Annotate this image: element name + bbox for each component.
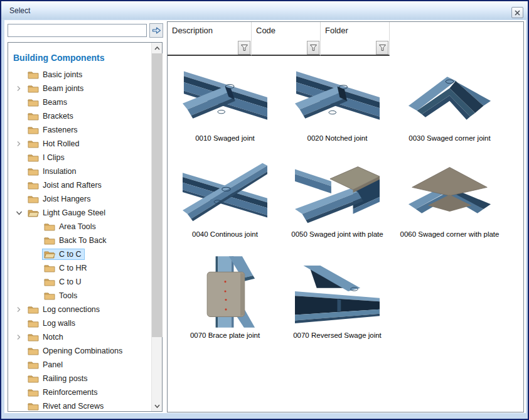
tree-scrollbar[interactable] [151,43,162,411]
filter-button-description[interactable] [238,41,250,55]
tree-item-label: Fasteners [43,126,78,134]
component-list-panel: Description Code F [167,21,524,412]
search-go-button[interactable] [149,23,163,38]
tree-item-box[interactable]: Beam joints [26,83,87,94]
tree-item-log-walls[interactable]: Log walls [8,316,151,330]
tree-item-brackets[interactable]: Brackets [8,109,151,123]
tree-item-light-gauge-steel[interactable]: Light Gauge Steel [8,206,151,220]
tree-item-box[interactable]: Fasteners [26,124,82,136]
tree-item-box[interactable]: Back To Back [42,235,110,246]
tree-item-box[interactable]: Panel [26,359,67,370]
tree-item-panel[interactable]: Panel [8,358,151,372]
dialog-client-area: Building Components Basic jointsBeam joi… [4,20,526,413]
component-caption: 0040 Continous joint [192,230,258,238]
column-folder[interactable]: Folder [321,22,390,56]
tree-item-box[interactable]: Joist Hangers [26,193,94,205]
tree-item-notch[interactable]: Notch [8,330,151,344]
component-tile-0050-swaged-joint-with-plate[interactable]: 0050 Swaged joint with plate [281,157,393,238]
tree-item-joist-hangers[interactable]: Joist Hangers [8,192,151,206]
chevron-spacer [32,250,42,258]
tree-item-area-tools[interactable]: Area Tools [8,220,151,234]
tree-item-tools[interactable]: Tools [8,289,151,303]
cross-thumbnail-icon [183,157,267,227]
tree-item-joist-and-rafters[interactable]: Joist and Rafters [8,178,151,192]
filter-button-code[interactable] [307,41,319,55]
component-tile-0040-continous-joint[interactable]: 0040 Continous joint [169,157,281,238]
tree-item-box[interactable]: Log connections [26,304,104,315]
tree-item-c-to-u[interactable]: C to U [8,275,151,289]
tree-item-reinforcements[interactable]: Reinforcements [8,385,151,399]
scrollbar-thumb[interactable] [152,53,163,337]
tree-item-box[interactable]: Beams [26,97,71,108]
tree-item-back-to-back[interactable]: Back To Back [8,234,151,247]
tree-selection-box[interactable]: C to C [42,249,85,260]
tree-item-log-connections[interactable]: Log connections [8,303,151,316]
tree-item-opening-combinations[interactable]: Opening Combinations [8,344,151,358]
tree-item-box[interactable]: Joist and Rafters [26,180,105,191]
component-tile-0060-swaged-corner-with-plate[interactable]: 0060 Swaged corner with plate [393,157,506,238]
column-code[interactable]: Code [252,22,321,56]
gallery-row: 0040 Continous joint0050 Swaged joint wi… [169,157,523,238]
search-input[interactable] [8,24,147,37]
tree-item-label: Basic joints [43,70,82,79]
chevron-down-icon[interactable] [16,209,26,217]
chevron-right-icon[interactable] [16,140,26,148]
tree-item-box[interactable]: C to U [42,276,85,288]
chevron-right-icon[interactable] [16,333,26,341]
component-tile-0010-swaged-joint[interactable]: 0010 Swaged joint [169,61,281,142]
tree-item-box[interactable]: C to HR [42,262,90,274]
tree-item-hot-rolled[interactable]: Hot Rolled [8,137,151,151]
tree-item-label: C to C [59,250,81,259]
chevron-spacer [32,237,42,244]
folder-icon [28,333,39,342]
tree-item-label: Notch [43,333,63,342]
tree-item-beams[interactable]: Beams [8,95,151,109]
tree-item-insulation[interactable]: Insulation [8,164,151,178]
tree-item-basic-joints[interactable]: Basic joints [8,68,151,82]
component-tile-0070-brace-plate-joint[interactable]: 0070 Brace plate joint [169,253,281,339]
tree-item-box[interactable]: Reinforcements [26,387,102,398]
tree-item-i-clips[interactable]: I Clips [8,151,151,164]
close-button[interactable] [511,7,523,18]
component-gallery: 0010 Swaged joint0020 Notched joint0030 … [168,56,523,339]
tree-item-box[interactable]: I Clips [26,152,68,163]
component-tile-0070-reversed-swage-joint[interactable]: 0070 Reversed Swage joint [281,253,393,339]
gallery-row: 0010 Swaged joint0020 Notched joint0030 … [169,61,523,142]
tree-item-box[interactable]: Rivet and Screws [26,401,107,411]
scroll-up-button[interactable] [152,43,163,53]
tree-item-label: Insulation [43,167,77,176]
tree-item-box[interactable]: Basic joints [26,69,86,80]
tree-item-c-to-c[interactable]: C to C [8,247,151,261]
tree-item-box[interactable]: Notch [26,331,67,343]
folder-icon [28,167,39,176]
component-tile-0030-swaged-corner-joint[interactable]: 0030 Swaged corner joint [393,61,506,142]
tree-item-railing-posts[interactable]: Railing posts [8,372,151,385]
reverse-swage-thumbnail-icon [295,253,380,328]
tree-item-rivet-and-screws[interactable]: Rivet and Screws [8,399,151,411]
column-description[interactable]: Description [168,22,252,56]
component-tile-0020-notched-joint[interactable]: 0020 Notched joint [281,61,393,142]
select-dialog-window: Select Building Components Basic jointsB… [0,0,529,420]
filter-button-folder[interactable] [376,41,388,55]
tree-item-c-to-hr[interactable]: C to HR [8,261,151,275]
tree-item-box[interactable]: Railing posts [26,373,92,384]
filter-funnel-icon [240,44,248,51]
corner-plate-thumbnail-icon [407,157,492,227]
chevron-right-icon[interactable] [16,306,26,313]
tree-item-box[interactable]: Insulation [26,166,80,177]
tree-item-box[interactable]: Log walls [26,318,79,329]
tree-item-box[interactable]: Tools [42,290,81,301]
tree-item-fasteners[interactable]: Fasteners [8,123,151,137]
tree-item-box[interactable]: Light Gauge Steel [26,207,109,218]
chevron-right-icon[interactable] [16,85,26,92]
tree-item-box[interactable]: Opening Combinations [26,345,126,357]
tree-item-box[interactable]: Hot Rolled [26,138,83,149]
tree-item-label: Hot Rolled [43,139,79,148]
tree-item-label: Railing posts [43,374,88,383]
folder-icon [28,388,39,397]
scroll-down-button[interactable] [152,401,163,411]
tree-item-beam-joints[interactable]: Beam joints [8,82,151,95]
component-caption: 0010 Swaged joint [195,134,255,142]
tree-item-box[interactable]: Area Tools [42,221,100,232]
tree-item-box[interactable]: Brackets [26,110,77,122]
